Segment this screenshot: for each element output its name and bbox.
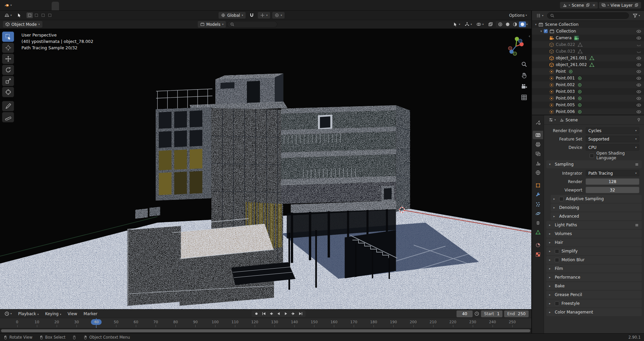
outliner-row-point-006[interactable]: Point.006: [532, 108, 644, 115]
eye-icon[interactable]: [636, 69, 641, 74]
eye-icon[interactable]: [636, 29, 641, 34]
editor-type-button[interactable]: ▾: [3, 12, 13, 18]
eye-closed-icon[interactable]: [636, 49, 641, 54]
eye-icon[interactable]: [636, 62, 641, 67]
camera-view-button[interactable]: [521, 83, 527, 91]
perspective-switch-button[interactable]: [521, 94, 527, 102]
asset-search-input[interactable]: [227, 21, 277, 27]
viewport-menu-select[interactable]: [50, 23, 56, 26]
snap-settings-dropdown[interactable]: ▾: [258, 12, 270, 19]
outliner-row-camera[interactable]: Camera: [532, 35, 644, 41]
pan-view-button[interactable]: [521, 72, 527, 79]
navigation-gizmo[interactable]: [505, 36, 527, 58]
section-color-management[interactable]: ▸ Color Management: [546, 308, 642, 316]
outliner-row-point-004[interactable]: Point.004: [532, 95, 644, 102]
outliner-row-point-002[interactable]: Point.002: [532, 81, 644, 88]
presets-menu-icon[interactable]: [635, 162, 639, 167]
number-field[interactable]: 32: [586, 187, 639, 193]
section-volumes[interactable]: ▸ Volumes: [546, 230, 642, 238]
outliner-row-point-001[interactable]: Point.001: [532, 75, 644, 81]
timeline-menu-playback[interactable]: Playback ▾: [15, 310, 42, 318]
eye-icon[interactable]: [636, 36, 641, 41]
auto-keying-toggle[interactable]: [253, 311, 260, 317]
properties-tab-object-data[interactable]: [533, 228, 543, 236]
outliner-filter-dropdown[interactable]: ▾: [631, 12, 642, 19]
snap-toggle-button[interactable]: [248, 12, 256, 18]
viewport-3d-scene[interactable]: [0, 29, 531, 309]
pin-icon[interactable]: [636, 117, 641, 122]
property-dropdown[interactable]: Path Tracing▾: [586, 170, 639, 176]
properties-tab-material[interactable]: [533, 241, 543, 249]
frame-end-field[interactable]: End 250: [504, 310, 529, 317]
section-hair[interactable]: ▸ Hair: [546, 238, 642, 246]
properties-tab-physics[interactable]: [533, 209, 543, 218]
select-mode-extend-button[interactable]: [33, 12, 40, 18]
object-visibility-dropdown[interactable]: ▾: [451, 21, 462, 27]
timeline-scrollbar-thumb[interactable]: [1, 329, 530, 332]
properties-tab-scene[interactable]: [533, 159, 543, 167]
properties-tab-render[interactable]: [533, 131, 543, 139]
select-mode-subtract-button[interactable]: [40, 12, 46, 18]
outliner-search-input[interactable]: [547, 12, 629, 19]
timeline-menu-keying[interactable]: Keying ▾: [42, 310, 64, 318]
workspace-tab-shading[interactable]: [90, 2, 98, 10]
section-checkbox[interactable]: [555, 249, 559, 253]
gizmos-dropdown[interactable]: ▾: [463, 21, 474, 27]
workspace-tab-uv-editing[interactable]: [75, 2, 82, 10]
viewport-menu-view[interactable]: [44, 23, 50, 26]
outliner-row-cube-022[interactable]: Cube.022: [532, 41, 644, 48]
property-dropdown[interactable]: CPU▾: [586, 144, 639, 151]
outliner-row-object-261-002[interactable]: object_261.002: [532, 61, 644, 68]
editor-type-button[interactable]: ▾: [547, 117, 557, 123]
outliner-row-cube-023[interactable]: Cube.023: [532, 48, 644, 55]
mode-dropdown[interactable]: Object Mode ▾: [3, 21, 43, 28]
play-button[interactable]: [282, 311, 289, 317]
eye-icon[interactable]: [636, 82, 641, 88]
eye-closed-icon[interactable]: [636, 42, 641, 47]
asset-category-dropdown[interactable]: Models ▾: [198, 21, 226, 28]
section-film[interactable]: ▸ Film: [546, 265, 642, 273]
section-sampling[interactable]: ▾ Sampling: [546, 160, 642, 168]
workspace-tab-layout[interactable]: [52, 2, 59, 10]
properties-tab-tool[interactable]: [533, 118, 543, 126]
next-keyframe-button[interactable]: [290, 311, 297, 317]
tool-transform[interactable]: [2, 87, 14, 97]
menu-file[interactable]: [15, 4, 21, 7]
shading-wireframe-button[interactable]: [497, 21, 504, 27]
outliner-row-object-261-001[interactable]: object_261.001: [532, 55, 644, 61]
sidebar-toggle-icon[interactable]: ‹: [529, 34, 530, 39]
section-checkbox[interactable]: [555, 258, 559, 262]
timeline-menu-view[interactable]: View: [65, 310, 80, 318]
eye-icon[interactable]: [636, 103, 641, 108]
menu-render[interactable]: [28, 4, 34, 7]
overlays-dropdown[interactable]: ▾: [475, 21, 485, 27]
shading-solid-button[interactable]: [504, 21, 511, 27]
properties-tab-view-layer[interactable]: [533, 150, 543, 158]
properties-tab-texture[interactable]: [533, 250, 543, 259]
eye-icon[interactable]: [636, 109, 641, 114]
eye-icon[interactable]: [636, 56, 641, 61]
section-bake[interactable]: ▸ Bake: [546, 282, 642, 290]
outliner-row-scene-collection[interactable]: ▾ Scene Collection: [532, 21, 644, 28]
eye-icon[interactable]: [636, 89, 641, 94]
section-adaptive-sampling[interactable]: ▸ Adaptive Sampling: [551, 195, 642, 203]
tool-select-box[interactable]: [2, 32, 14, 42]
workspace-tab-modeling[interactable]: [59, 2, 67, 10]
timeline-ruler[interactable]: 40 0102030405060708090100110120130140150…: [0, 318, 531, 328]
editor-type-button[interactable]: ▾: [534, 12, 545, 19]
collection-checkbox[interactable]: [544, 29, 548, 33]
section-freestyle[interactable]: ▸ Freestyle: [546, 299, 642, 307]
xray-toggle-button[interactable]: [486, 21, 495, 27]
disclosure-triangle-icon[interactable]: ▾: [533, 23, 538, 26]
properties-tab-particles[interactable]: [533, 200, 543, 208]
menu-help[interactable]: [40, 4, 46, 7]
zoom-button[interactable]: [521, 61, 527, 68]
properties-tab-constraints[interactable]: [533, 219, 543, 227]
section-motion-blur[interactable]: ▸ Motion Blur: [546, 256, 642, 264]
blender-menu-button[interactable]: ▾: [3, 2, 13, 8]
jump-to-start-button[interactable]: [260, 311, 267, 317]
timeline-menu-marker[interactable]: Marker: [80, 310, 100, 318]
eye-icon[interactable]: [636, 76, 641, 81]
unlink-scene-icon[interactable]: ×: [592, 3, 595, 7]
property-checkbox[interactable]: [590, 154, 594, 158]
